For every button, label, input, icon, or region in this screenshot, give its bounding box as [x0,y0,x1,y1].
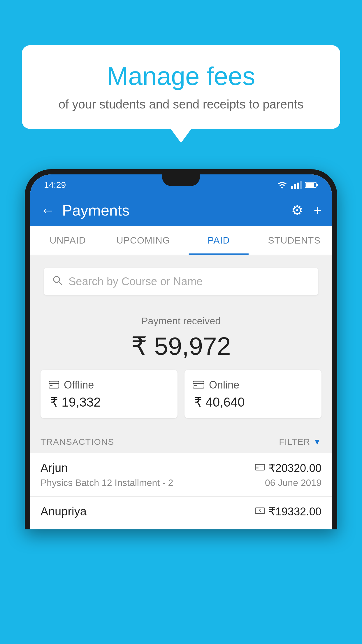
transaction-list: Arjun ₹20320.00 [30,453,332,529]
signal-icon [291,181,302,189]
speech-bubble-subtitle: of your students and send receipts to pa… [39,97,323,111]
offline-label: Offline [64,379,94,391]
transactions-label: TRANSACTIONS [41,437,114,447]
svg-rect-4 [300,181,302,189]
status-icons [277,181,318,189]
online-label: Online [209,379,239,391]
speech-bubble: Manage fees of your students and send re… [22,45,340,129]
table-row[interactable]: Arjun ₹20320.00 [30,453,332,497]
app-bar: ← Payments ⚙ + [30,194,332,226]
tab-students[interactable]: STUDENTS [256,226,332,255]
phone-outer: 14:29 [25,169,337,529]
online-card: Online ₹ 40,640 [184,370,321,418]
transaction-amount: ₹20320.00 [268,462,322,475]
search-placeholder: Search by Course or Name [68,275,203,288]
phone-wrapper: 14:29 [25,169,337,644]
wifi-icon [277,181,288,189]
svg-point-0 [281,187,283,188]
payment-cards: Offline ₹ 19,332 [41,370,321,418]
tab-upcoming[interactable]: UPCOMING [106,226,181,255]
battery-icon [305,181,318,188]
online-amount: ₹ 40,640 [193,395,245,410]
search-bar[interactable]: Search by Course or Name [44,268,318,295]
status-time: 14:29 [44,180,66,190]
app-bar-icons: ⚙ + [291,202,321,218]
amount-block: ₹ ₹19332.00 [255,505,322,518]
payment-summary: Payment received ₹ 59,972 [30,303,332,429]
online-icon [193,379,204,391]
transactions-header: TRANSACTIONS FILTER ▼ [30,429,332,453]
svg-rect-17 [255,464,265,470]
tab-unpaid[interactable]: UNPAID [30,226,106,255]
date-info: 06 June 2019 [265,477,321,488]
offline-icon [49,379,59,391]
svg-rect-2 [294,184,296,189]
back-button[interactable]: ← [41,202,55,219]
filter-label: FILTER [279,437,310,447]
cash-payment-icon: ₹ [255,506,265,517]
phone-screen: 14:29 [30,174,332,529]
svg-rect-1 [291,186,293,189]
tabs-container: UNPAID UPCOMING PAID STUDENTS [30,226,332,255]
offline-card: Offline ₹ 19,332 [41,370,178,418]
search-icon [52,274,63,288]
payment-total: ₹ 59,972 [41,331,321,360]
svg-line-9 [59,282,62,285]
course-info: Physics Batch 12 Installment - 2 [41,477,173,488]
offline-amount: ₹ 19,332 [49,395,101,410]
svg-rect-12 [50,385,52,386]
student-name: Anupriya [41,505,87,518]
filter-button[interactable]: FILTER ▼ [279,437,321,447]
svg-rect-19 [256,468,259,468]
amount-block: ₹20320.00 [255,462,322,475]
card-payment-icon [255,463,265,473]
svg-rect-6 [306,183,314,187]
filter-icon: ▼ [313,437,321,447]
svg-rect-16 [194,385,197,386]
app-title: Payments [62,202,291,219]
payment-label: Payment received [41,315,321,327]
student-name: Arjun [41,461,68,475]
table-row[interactable]: Anupriya ₹ ₹19332.00 [30,497,332,529]
svg-rect-10 [49,381,59,388]
speech-bubble-title: Manage fees [39,61,323,91]
transaction-amount: ₹19332.00 [268,505,322,518]
svg-rect-7 [317,184,318,186]
svg-rect-3 [297,183,299,189]
svg-rect-14 [193,381,204,388]
tab-paid[interactable]: PAID [181,226,256,255]
settings-button[interactable]: ⚙ [291,202,303,218]
svg-text:₹: ₹ [259,508,261,513]
add-button[interactable]: + [314,202,321,218]
